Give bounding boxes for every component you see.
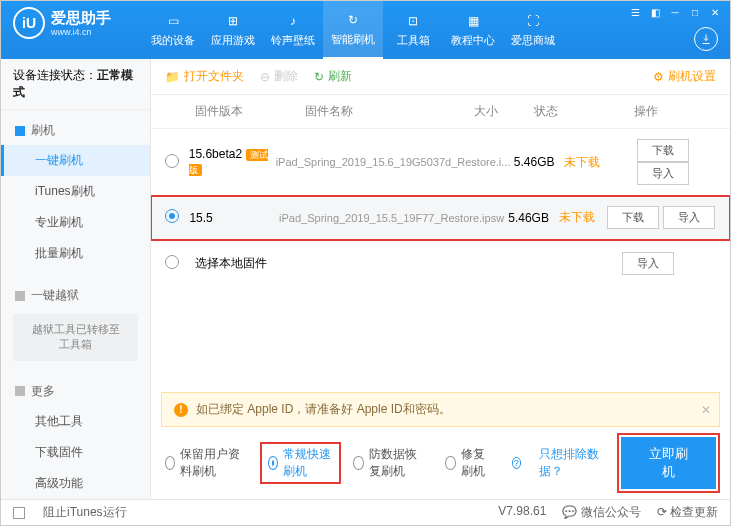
warning-icon: ! (174, 403, 188, 417)
block-itunes-checkbox[interactable] (13, 507, 25, 519)
toolbar: 📁 打开文件夹 ⊖ 删除 ↻ 刷新 ⚙ 刷机设置 (151, 59, 730, 95)
appleid-warning: ! 如已绑定 Apple ID，请准备好 Apple ID和密码。 ✕ (161, 392, 720, 427)
firmware-row[interactable]: 15.6beta2测试版iPad_Spring_2019_15.6_19G503… (151, 129, 730, 196)
mode-option-3[interactable]: 修复刷机 (445, 446, 493, 480)
minimize-icon[interactable]: ─ (666, 5, 684, 19)
mode-radio[interactable] (268, 456, 278, 470)
sidebar-item-专业刷机[interactable]: 专业刷机 (1, 207, 150, 238)
nav-icon-6: ⛶ (524, 12, 542, 30)
sidebar-item-高级功能[interactable]: 高级功能 (1, 468, 150, 499)
col-name: 固件名称 (305, 103, 456, 120)
check-update-link[interactable]: ⟳ 检查更新 (657, 504, 718, 521)
col-status: 状态 (516, 103, 576, 120)
nav-icon-1: ⊞ (224, 12, 242, 30)
firmware-table: 固件版本 固件名称 大小 状态 操作 15.6beta2测试版iPad_Spri… (151, 95, 730, 386)
mode-radio[interactable] (353, 456, 363, 470)
download-button[interactable]: 下载 (607, 206, 659, 229)
nav-icon-4: ⊡ (404, 12, 422, 30)
open-folder-button[interactable]: 📁 打开文件夹 (165, 68, 244, 85)
exclude-data-link[interactable]: 只想排除数据？ (539, 446, 603, 480)
local-firmware-radio[interactable] (165, 255, 179, 269)
sidebar-item-其他工具[interactable]: 其他工具 (1, 406, 150, 437)
import-button[interactable]: 导入 (637, 162, 689, 185)
nav-1[interactable]: ⊞应用游戏 (203, 1, 263, 59)
nav-icon-5: ▦ (464, 12, 482, 30)
sidebar-item-一键刷机[interactable]: 一键刷机 (1, 145, 150, 176)
flash-settings-button[interactable]: ⚙ 刷机设置 (653, 68, 716, 85)
nav-icon-3: ↻ (344, 11, 362, 29)
mode-option-0[interactable]: 保留用户资料刷机 (165, 446, 248, 480)
maximize-icon[interactable]: □ (686, 5, 704, 19)
row-filename: iPad_Spring_2019_15.6_19G5037d_Restore.i… (276, 156, 511, 168)
download-icon[interactable] (694, 27, 718, 51)
row-size: 5.46GB (504, 211, 553, 225)
mode-option-1[interactable]: 常规快速刷机 (260, 442, 341, 484)
nav-icon-0: ▭ (164, 12, 182, 30)
info-icon[interactable]: ? (512, 457, 522, 469)
row-filename: iPad_Spring_2019_15.5_19F77_Restore.ipsw (279, 212, 504, 224)
nav-3[interactable]: ↻智能刷机 (323, 1, 383, 59)
refresh-button[interactable]: ↻ 刷新 (314, 68, 352, 85)
col-size: 大小 (456, 103, 516, 120)
wechat-link[interactable]: 💬 微信公众号 (562, 504, 640, 521)
statusbar: 阻止iTunes运行 V7.98.61 💬 微信公众号 ⟳ 检查更新 (1, 499, 730, 525)
theme-icon[interactable]: ◧ (646, 5, 664, 19)
sidebar: 设备连接状态：正常模式 刷机 一键刷机iTunes刷机专业刷机批量刷机 一键越狱… (1, 59, 151, 499)
close-icon[interactable]: ✕ (706, 5, 724, 19)
nav-icon-2: ♪ (284, 12, 302, 30)
sidebar-item-iTunes刷机[interactable]: iTunes刷机 (1, 176, 150, 207)
nav-0[interactable]: ▭我的设备 (143, 1, 203, 59)
jailbreak-note: 越狱工具已转移至 工具箱 (13, 314, 138, 361)
version-label: V7.98.61 (498, 504, 546, 521)
nav-6[interactable]: ⛶爱思商城 (503, 1, 563, 59)
row-radio[interactable] (165, 209, 179, 223)
local-firmware-label: 选择本地固件 (195, 255, 576, 272)
connection-status: 设备连接状态：正常模式 (1, 59, 150, 110)
mode-radio[interactable] (445, 456, 455, 470)
row-size: 5.46GB (511, 155, 558, 169)
row-status: 未下载 (553, 209, 602, 226)
col-version: 固件版本 (195, 103, 305, 120)
row-radio[interactable] (165, 154, 179, 168)
nav-5[interactable]: ▦教程中心 (443, 1, 503, 59)
flash-mode-bar: 保留用户资料刷机常规快速刷机防数据恢复刷机修复刷机 ? 只想排除数据？ 立即刷机 (151, 427, 730, 499)
sidebar-item-批量刷机[interactable]: 批量刷机 (1, 238, 150, 269)
download-button[interactable]: 下载 (637, 139, 689, 162)
sidebar-item-下载固件[interactable]: 下载固件 (1, 437, 150, 468)
main-nav: ▭我的设备⊞应用游戏♪铃声壁纸↻智能刷机⊡工具箱▦教程中心⛶爱思商城 (143, 1, 563, 59)
mode-radio[interactable] (165, 456, 175, 470)
local-import-button[interactable]: 导入 (622, 252, 674, 275)
flash-now-button[interactable]: 立即刷机 (621, 437, 716, 489)
mode-option-2[interactable]: 防数据恢复刷机 (353, 446, 427, 480)
app-url: www.i4.cn (51, 27, 111, 38)
nav-4[interactable]: ⊡工具箱 (383, 1, 443, 59)
import-button[interactable]: 导入 (663, 206, 715, 229)
logo: iU 爱思助手 www.i4.cn (1, 1, 123, 45)
col-ops: 操作 (576, 103, 716, 120)
sidebar-head-jailbreak[interactable]: 一键越狱 (1, 281, 150, 310)
sidebar-head-more[interactable]: 更多 (1, 377, 150, 406)
row-version: 15.5 (189, 211, 279, 225)
row-version: 15.6beta2测试版 (189, 147, 276, 177)
delete-button[interactable]: ⊖ 删除 (260, 68, 298, 85)
warning-close-icon[interactable]: ✕ (701, 403, 711, 417)
titlebar: iU 爱思助手 www.i4.cn ▭我的设备⊞应用游戏♪铃声壁纸↻智能刷机⊡工… (1, 1, 730, 59)
firmware-row[interactable]: 15.5iPad_Spring_2019_15.5_19F77_Restore.… (151, 196, 730, 240)
nav-2[interactable]: ♪铃声壁纸 (263, 1, 323, 59)
logo-icon: iU (13, 7, 45, 39)
sidebar-head-flash[interactable]: 刷机 (1, 116, 150, 145)
menu-icon[interactable]: ☰ (626, 5, 644, 19)
app-title: 爱思助手 (51, 9, 111, 27)
row-status: 未下载 (558, 154, 605, 171)
